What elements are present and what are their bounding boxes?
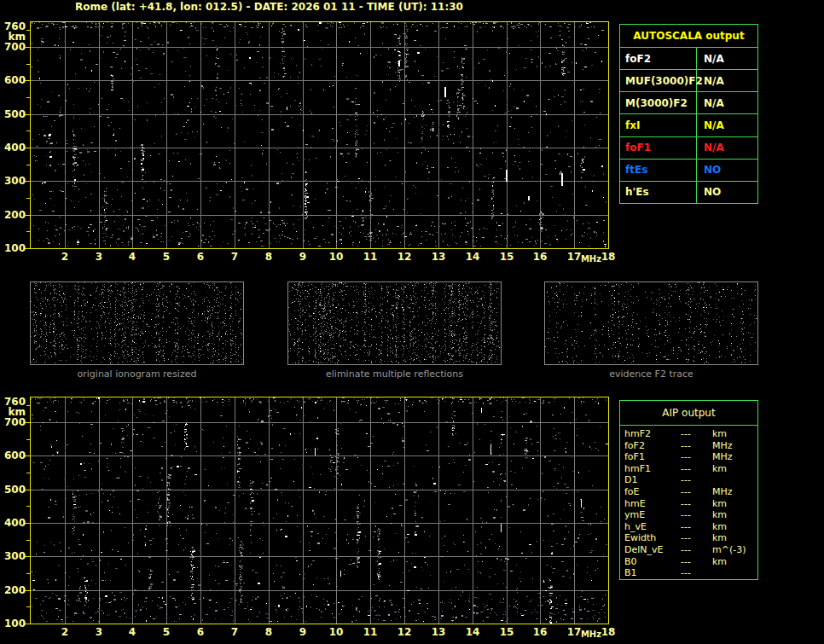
aip-row-unit: km (712, 532, 757, 544)
y-tick-major (25, 80, 30, 81)
y-tick-major (25, 624, 30, 624)
aip-row-value: --- (681, 486, 712, 498)
x-tick-label: 14 (460, 251, 485, 263)
aip-row-label: DelN_vE (624, 544, 681, 556)
autoscala-row-h-es: h'EsNO (620, 182, 757, 203)
aip-row-value: --- (681, 498, 712, 510)
aip-row-value: --- (681, 463, 712, 475)
caption-evidence-f2: evidence F2 trace (544, 368, 758, 380)
aip-table-rows: hmF2---kmfoF2---MHzfoF1---MHzhmF1---kmD1… (620, 426, 757, 579)
aip-output-table: AIP output hmF2---kmfoF2---MHzfoF1---MHz… (619, 400, 758, 580)
autoscala-row-fxi: fxIN/A (620, 114, 757, 136)
y-tick-label: 500 (0, 107, 26, 121)
x-tick-label: 4 (119, 251, 145, 263)
autoscala-row-fof2: foF2N/A (620, 48, 757, 70)
autoscala-row-label: foF2 (620, 48, 697, 69)
x-tick-label: 15 (494, 626, 519, 638)
x-tick-label: 5 (154, 251, 179, 263)
page-title: Rome (lat: +41.8, lon: 012.5) - DATE: 20… (75, 1, 463, 13)
aip-row-label: B1 (624, 567, 681, 579)
aip-row-value: --- (681, 567, 712, 579)
x-tick-label: 6 (188, 251, 213, 263)
panel-eliminate-reflections-canvas (288, 282, 501, 364)
aip-row-unit: km (712, 428, 757, 440)
aip-row-unit: m^(-3) (712, 544, 757, 556)
y-axis-unit: km (0, 405, 26, 419)
aip-row-yme: ymE---km (620, 509, 757, 521)
y-tick-label: 200 (0, 208, 26, 222)
aip-row-value: --- (681, 440, 712, 452)
y-tick-minor (26, 405, 30, 406)
x-tick-label: 16 (527, 626, 553, 638)
aip-row-label: hmF2 (624, 428, 681, 440)
x-tick-label: 3 (86, 251, 112, 263)
aip-row-unit: km (712, 463, 757, 475)
autoscala-row-value: N/A (697, 70, 757, 91)
x-tick-label: 12 (392, 251, 417, 263)
aip-row-label: hmF1 (624, 463, 681, 475)
panel-original-ionogram-canvas (31, 282, 243, 364)
aip-row-deln-ve: DelN_vE---m^(-3) (620, 544, 757, 556)
autoscala-row-value: N/A (697, 48, 757, 69)
y-tick-minor (26, 30, 30, 31)
aip-row-value: --- (681, 474, 712, 486)
y-tick-minor (26, 231, 30, 232)
x-tick-label: 10 (323, 251, 349, 263)
y-tick-major (25, 114, 30, 115)
aip-row-value: --- (681, 544, 712, 556)
autoscala-row-label: M(3000)F2 (620, 92, 697, 113)
aip-row-label: hmE (624, 498, 681, 510)
x-tick-label: 4 (119, 626, 145, 638)
x-tick-label: 15 (494, 251, 519, 263)
y-tick-major (25, 215, 30, 216)
aip-row-hmf2: hmF2---km (620, 428, 757, 440)
x-tick-label: 7 (222, 626, 247, 638)
aip-table-header: AIP output (620, 401, 757, 426)
caption-eliminate-reflections: eliminate multiple reflections (287, 368, 502, 380)
caption-original-ionogram: original ionogram resized (30, 368, 244, 380)
autoscala-row-value: NO (697, 182, 757, 203)
y-tick-label: 300 (0, 549, 26, 563)
autoscala-row-ftes: ftEsNO (620, 160, 757, 182)
y-tick-label: 500 (0, 483, 26, 496)
aip-row-unit: MHz (712, 486, 757, 498)
x-tick-label: 14 (460, 626, 485, 638)
aip-row-unit (712, 474, 757, 486)
autoscala-row-label: foF1 (620, 137, 697, 159)
aip-row-unit: MHz (712, 440, 757, 452)
panel-evidence-f2 (544, 281, 758, 365)
y-tick-label: 600 (0, 73, 26, 87)
x-tick-label: 13 (426, 626, 451, 638)
y-tick-label: 200 (0, 583, 26, 597)
y-tick-label: 400 (0, 516, 26, 530)
x-tick-label: 13 (426, 251, 451, 263)
x-tick-label: 16 (527, 251, 553, 263)
x-axis-unit: MHz (578, 629, 604, 640)
aip-row-label: h_vE (624, 521, 681, 533)
panel-eliminate-reflections (287, 281, 502, 365)
top-ionogram-frame (30, 21, 609, 249)
aip-row-label: foF2 (624, 440, 681, 452)
aip-row-value: --- (681, 556, 712, 568)
bottom-ionogram-frame (30, 397, 609, 624)
x-tick-label: 8 (256, 626, 281, 638)
autoscala-row-value: N/A (697, 114, 757, 136)
aip-row-unit: km (712, 498, 757, 510)
y-tick-minor (26, 606, 30, 607)
aip-row-value: --- (681, 532, 712, 544)
autoscala-row-fof1: foF1N/A (620, 137, 757, 160)
autoscala-row-label: fxI (620, 114, 697, 136)
aip-row-unit: km (712, 556, 757, 568)
y-tick-minor (26, 64, 30, 65)
autoscala-output-table: AUTOSCALA output foF2N/AMUF(3000)F2N/AM(… (619, 24, 758, 204)
autoscala-row-label: h'Es (620, 182, 697, 203)
x-tick-label: 12 (392, 626, 417, 638)
y-tick-minor (26, 439, 30, 440)
autoscala-row-label: MUF(3000)F2 (620, 70, 697, 91)
x-tick-label: 10 (323, 626, 349, 638)
y-tick-minor (26, 540, 30, 541)
aip-row-unit (712, 567, 757, 579)
aip-row-label: Ewidth (624, 532, 681, 544)
aip-row-h-ve: h_vE---km (620, 521, 757, 533)
aip-row-d1: D1--- (620, 474, 757, 486)
